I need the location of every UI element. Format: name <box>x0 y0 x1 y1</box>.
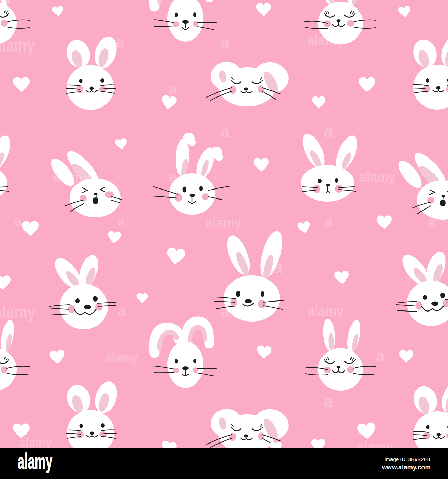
svg-text:a: a <box>428 214 436 231</box>
svg-text:a: a <box>324 122 334 141</box>
svg-text:a: a <box>169 169 177 185</box>
svg-text:a: a <box>14 213 22 229</box>
svg-text:alamy: alamy <box>0 302 35 322</box>
svg-text:alamy: alamy <box>359 169 396 185</box>
svg-text:a: a <box>376 347 385 365</box>
svg-text:a: a <box>118 214 125 229</box>
svg-text:a: a <box>220 302 230 321</box>
svg-text:a: a <box>169 81 177 97</box>
svg-text:alamy: alamy <box>18 449 52 473</box>
svg-text:alamy: alamy <box>0 35 35 55</box>
svg-text:Image ID: 3B9B2E8: Image ID: 3B9B2E8 <box>384 456 430 462</box>
svg-text:a: a <box>273 258 283 277</box>
svg-text:alamy: alamy <box>105 350 138 365</box>
svg-text:alamy: alamy <box>307 32 344 48</box>
svg-text:a: a <box>324 392 333 410</box>
svg-text:alamy: alamy <box>308 302 344 319</box>
svg-text:a: a <box>221 33 230 52</box>
svg-text:a: a <box>221 123 230 141</box>
svg-text:www.alamy.com: www.alamy.com <box>381 463 431 471</box>
svg-text:a: a <box>116 33 124 50</box>
svg-text:alamy: alamy <box>52 170 91 185</box>
svg-text:a: a <box>118 302 126 320</box>
svg-text:alamy: alamy <box>206 214 242 231</box>
svg-text:a: a <box>324 213 333 230</box>
